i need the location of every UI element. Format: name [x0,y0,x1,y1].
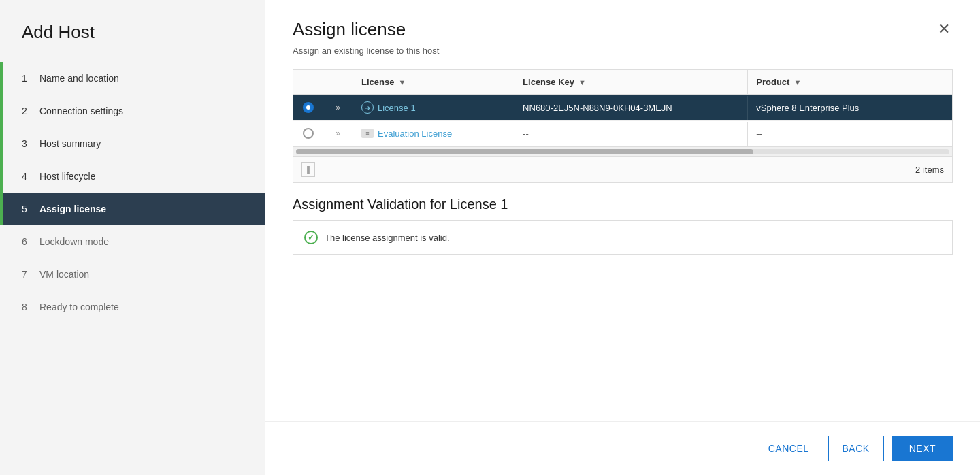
next-button[interactable]: NEXT [892,436,953,461]
table-scrollbar[interactable] [293,147,953,157]
validation-box: ✓ The license assignment is valid. [293,220,953,255]
th-licensekey-label: License Key [523,77,574,87]
step-number-8: 8 [22,301,33,312]
step-number-1: 1 [22,73,33,84]
step-indicator [0,95,3,127]
table-row[interactable]: » ➔ License 1 NN680-2EJ5N-N88N9-0KH04-3M… [293,95,952,121]
column-toggle-button[interactable]: ‖ [301,162,315,177]
back-button[interactable]: BACK [828,436,884,461]
th-radio [293,76,323,89]
licensekey-cell-2: -- [514,122,748,146]
sidebar: Add Host 1 Name and location 2 Connectio… [0,0,265,475]
radio-selected-icon [303,102,314,113]
step-number-7: 7 [22,269,33,280]
step-indicator [0,160,3,193]
step-label-vm-location: VM location [39,269,89,280]
licensekey-filter-icon[interactable]: ▼ [578,78,586,86]
license-filter-icon[interactable]: ▼ [398,78,406,86]
step-indicator [0,193,3,225]
cancel-button[interactable]: CANCEL [757,436,820,461]
footer-actions: CANCEL BACK NEXT [265,421,980,475]
table-row[interactable]: » ≡ Evaluation License -- -- [293,121,952,146]
step-indicator [0,127,3,160]
radio-cell-1[interactable] [293,95,323,120]
product-cell-2: -- [748,122,952,146]
expand-cell-1[interactable]: » [323,96,353,119]
items-count-number: 2 [915,165,920,175]
licensekey-cell-1: NN680-2EJ5N-N88N9-0KH04-3MEJN [514,96,748,120]
license-icon-2: ≡ [361,129,374,138]
th-product[interactable]: Product ▼ [748,70,952,94]
step-label-name-location: Name and location [39,73,119,84]
sidebar-item-connection-settings[interactable]: 2 Connection settings [0,95,265,127]
license-name-1: License 1 [378,103,416,113]
expand-icon-2: » [336,129,340,138]
validation-section: Assignment Validation for License 1 ✓ Th… [293,197,953,255]
valid-icon: ✓ [304,231,318,244]
validation-message: The license assignment is valid. [325,233,450,243]
step-label-host-summary: Host summary [39,138,101,149]
product-filter-icon[interactable]: ▼ [794,78,801,86]
items-label: items [923,165,944,175]
scrollbar-track[interactable] [296,149,949,154]
sidebar-item-assign-license[interactable]: 5 Assign license [0,193,265,225]
sidebar-item-host-summary[interactable]: 3 Host summary [0,127,265,160]
license-cell-2: ≡ Evaluation License [353,122,514,146]
step-number-5: 5 [22,203,33,214]
sidebar-item-lockdown-mode[interactable]: 6 Lockdown mode [0,225,265,258]
sidebar-item-ready-to-complete[interactable]: 8 Ready to complete [0,291,265,323]
step-number-6: 6 [22,236,33,247]
sidebar-item-vm-location[interactable]: 7 VM location [0,258,265,291]
step-number-3: 3 [22,138,33,149]
step-label-ready-to-complete: Ready to complete [39,301,119,312]
main-subtitle: Assign an existing license to this host [293,46,439,56]
product-cell-1: vSphere 8 Enterprise Plus [748,96,952,120]
step-label-lockdown-mode: Lockdown mode [39,236,109,247]
license-name-2[interactable]: Evaluation License [378,129,452,139]
radio-cell-2[interactable] [293,121,323,146]
license-cell-1: ➔ License 1 [353,95,514,120]
expand-cell-2[interactable]: » [323,122,353,145]
expand-icon-1: » [336,103,340,112]
close-button[interactable]: ✕ [935,19,953,39]
scrollbar-thumb[interactable] [296,149,753,154]
step-number-4: 4 [22,171,33,182]
items-count: 2 items [915,165,944,175]
th-product-label: Product [756,77,789,87]
sidebar-item-name-location[interactable]: 1 Name and location [0,62,265,95]
sidebar-title: Add Host [0,22,265,62]
step-indicator [0,62,3,95]
step-label-host-lifecycle: Host lifecycle [39,171,95,182]
validation-title: Assignment Validation for License 1 [293,197,953,212]
step-label-connection-settings: Connection settings [39,105,123,116]
main-header: Assign license Assign an existing licens… [265,0,980,56]
main-title: Assign license [293,19,439,40]
th-license[interactable]: License ▼ [353,70,514,94]
header-text: Assign license Assign an existing licens… [293,19,439,56]
step-label-assign-license: Assign license [39,203,106,214]
main-content: Assign license Assign an existing licens… [265,0,980,475]
table-header: License ▼ License Key ▼ Product ▼ [293,70,952,95]
sidebar-item-host-lifecycle[interactable]: 4 Host lifecycle [0,160,265,193]
th-expand [323,76,353,89]
table-footer: ‖ 2 items [293,157,953,183]
license-table: License ▼ License Key ▼ Product ▼ » ➔ Li… [293,69,953,147]
license-icon-1: ➔ [361,101,374,114]
radio-empty-icon [303,128,314,139]
checkmark-icon: ✓ [308,233,314,242]
step-number-2: 2 [22,105,33,116]
th-license-label: License [361,77,394,87]
th-licensekey[interactable]: License Key ▼ [514,70,748,94]
